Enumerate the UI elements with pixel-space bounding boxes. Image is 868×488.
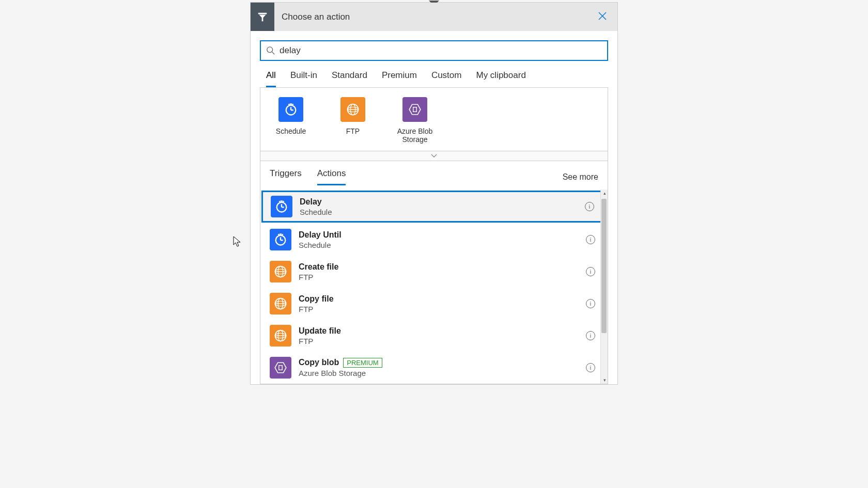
svg-rect-14 [413,107,417,112]
action-title: Copy file [299,294,586,304]
action-title: Create file [299,262,586,272]
action-delay-until[interactable]: Delay UntilSchedulei [260,224,608,256]
connector-label: Azure Blob Storage [392,127,438,144]
ftp-icon [270,261,291,282]
action-subtitle: Schedule [300,208,585,216]
info-icon[interactable]: i [586,331,595,340]
info-icon[interactable]: i [586,299,595,308]
schedule-icon [270,229,291,250]
tab-standard[interactable]: Standard [332,70,367,87]
info-icon[interactable]: i [586,267,595,276]
action-title: Delay [300,197,585,207]
connectors-grid: ScheduleFTPAzure Blob Storage [260,87,608,151]
panel-header-icon [251,3,274,31]
action-subtitle: FTP [299,273,586,281]
action-subtitle: Azure Blob Storage [299,369,586,377]
action-title: Copy blobPREMIUM [299,358,586,368]
collapse-connectors-button[interactable] [260,151,608,161]
action-list: DelayScheduleiDelay UntilScheduleiCreate… [260,190,608,384]
action-update-file[interactable]: Update fileFTPi [260,320,608,352]
action-delay[interactable]: DelaySchedulei [261,191,607,223]
tab-triggers[interactable]: Triggers [270,168,302,185]
tab-all[interactable]: All [266,70,276,87]
ftp-icon [340,97,365,122]
blob-icon [402,97,427,122]
action-copy-file[interactable]: Copy fileFTPi [260,288,608,320]
connector-azure-blob-storage[interactable]: Azure Blob Storage [392,97,438,144]
svg-rect-18 [281,200,283,201]
connector-schedule[interactable]: Schedule [268,97,314,144]
close-icon [598,11,607,21]
scroll-down-icon[interactable]: ▾ [601,376,608,384]
premium-badge: PREMIUM [343,358,382,368]
ftp-icon [270,293,291,314]
blob-icon [270,357,291,379]
action-title: Delay Until [299,230,586,240]
scroll-up-icon[interactable]: ▴ [601,190,608,197]
connector-label: Schedule [268,127,314,135]
tab-actions[interactable]: Actions [317,168,346,185]
scroll-thumb[interactable] [601,199,607,333]
tab-my-clipboard[interactable]: My clipboard [476,70,525,87]
category-tabs: AllBuilt-inStandardPremiumCustomMy clipb… [260,70,608,87]
results-tabs-row: Triggers Actions See more [260,161,608,185]
svg-rect-1 [262,18,264,21]
action-subtitle: Schedule [299,241,586,249]
ftp-icon [270,325,291,347]
svg-rect-9 [290,103,292,104]
connector-label: FTP [330,127,376,135]
choose-action-panel: Choose an action AllBuilt-inStandardPrem… [250,2,618,385]
panel-title: Choose an action [282,12,350,22]
scrollbar[interactable]: ▴ ▾ [600,190,608,384]
schedule-icon [278,97,303,122]
tab-custom[interactable]: Custom [431,70,462,87]
svg-rect-0 [258,12,267,14]
schedule-icon [271,196,292,217]
results-section: Triggers Actions See more DelaySchedulei… [260,161,608,384]
info-icon[interactable]: i [586,363,595,372]
mouse-cursor-icon [233,235,243,248]
tab-built-in[interactable]: Built-in [290,70,317,87]
chevron-down-icon [431,154,437,158]
close-button[interactable] [595,8,610,26]
action-funnel-icon [257,11,268,23]
svg-point-4 [267,47,273,53]
info-icon[interactable]: i [585,202,594,211]
panel-header: Choose an action [251,3,617,31]
see-more-link[interactable]: See more [563,172,598,182]
action-title: Update file [299,326,586,336]
search-input[interactable] [280,45,602,56]
action-subtitle: FTP [299,337,586,345]
svg-rect-22 [280,233,282,234]
connector-ftp[interactable]: FTP [330,97,376,144]
svg-rect-35 [279,366,283,370]
svg-line-5 [272,52,275,55]
action-copy-blob[interactable]: Copy blobPREMIUMAzure Blob Storagei [260,352,608,384]
action-subtitle: FTP [299,305,586,313]
search-icon [266,46,275,55]
search-box[interactable] [260,40,608,61]
tab-premium[interactable]: Premium [382,70,417,87]
info-icon[interactable]: i [586,235,595,244]
action-create-file[interactable]: Create fileFTPi [260,256,608,288]
